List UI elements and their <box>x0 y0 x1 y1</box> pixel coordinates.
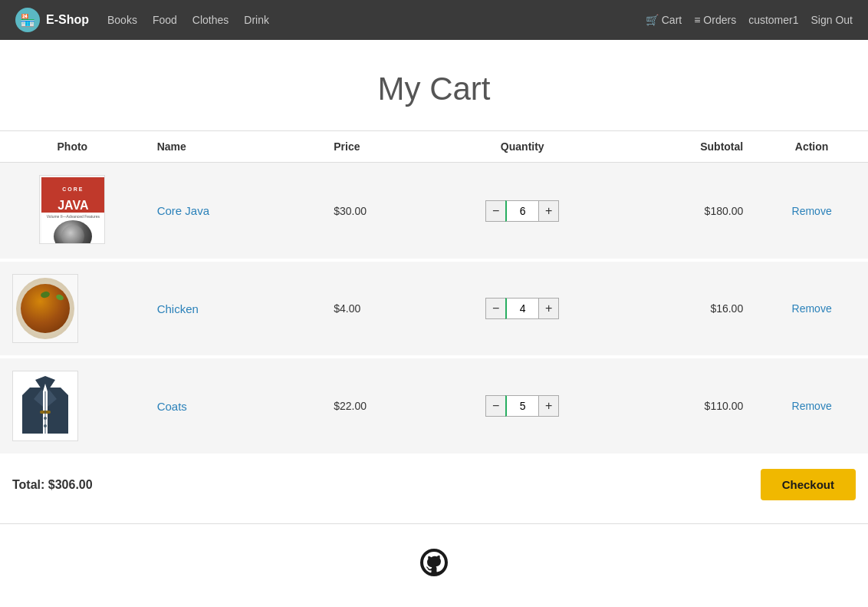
qty-increase-chicken[interactable]: + <box>539 298 559 319</box>
svg-point-2 <box>44 417 47 420</box>
product-action-coats: Remove <box>755 357 868 454</box>
navbar-right: 🛒 Cart ≡ Orders customer1 Sign Out <box>646 14 853 26</box>
cart-table: Photo Name Price Quantity Subtotal Actio… <box>0 130 868 454</box>
product-action-core-java: Remove <box>755 163 868 261</box>
nav-link-food[interactable]: Food <box>153 14 177 26</box>
orders-label: Orders <box>703 14 736 26</box>
brand-icon: 🏪 <box>15 8 40 32</box>
cart-icon: 🛒 <box>646 14 659 26</box>
qty-input-core-java[interactable] <box>505 200 539 222</box>
qty-decrease-core-java[interactable]: − <box>485 200 505 222</box>
nav-link-drink[interactable]: Drink <box>244 14 269 26</box>
navbar: 🏪 E-Shop Books Food Clothes Drink 🛒 Cart… <box>0 0 868 40</box>
product-subtotal-coats: $110.00 <box>611 357 756 454</box>
cart-label: Cart <box>662 14 682 26</box>
footer-area <box>0 532 868 593</box>
header-subtotal: Subtotal <box>611 131 756 163</box>
remove-button-core-java[interactable]: Remove <box>792 205 832 217</box>
orders-link[interactable]: ≡ Orders <box>694 14 736 26</box>
header-action: Action <box>755 131 868 163</box>
product-qty-core-java: − + <box>434 163 611 261</box>
table-row: Coats $22.00 − + $110.00 Remove <box>0 357 868 454</box>
product-photo-coats <box>0 357 145 454</box>
qty-decrease-coats[interactable]: − <box>485 395 505 417</box>
cart-link[interactable]: 🛒 Cart <box>646 14 682 26</box>
qty-input-coats[interactable] <box>505 395 539 417</box>
header-quantity: Quantity <box>434 131 611 163</box>
table-row: CORE JAVA Volume II—Advanced Features <box>0 163 868 261</box>
product-photo-core-java: CORE JAVA Volume II—Advanced Features <box>0 163 145 261</box>
header-price: Price <box>321 131 434 163</box>
page-title: My Cart <box>0 40 868 130</box>
brand-name: E-Shop <box>46 13 89 27</box>
product-link-chicken[interactable]: Chicken <box>157 302 199 315</box>
product-subtotal-chicken: $16.00 <box>611 260 756 357</box>
nav-link-clothes[interactable]: Clothes <box>192 14 229 26</box>
header-name: Name <box>145 131 322 163</box>
checkout-button[interactable]: Checkout <box>761 469 856 500</box>
github-icon <box>419 547 449 578</box>
product-link-core-java[interactable]: Core Java <box>157 204 209 217</box>
svg-point-3 <box>44 424 47 427</box>
product-qty-chicken: − + <box>434 260 611 357</box>
username-link[interactable]: customer1 <box>748 14 798 26</box>
product-price-coats: $22.00 <box>321 357 434 454</box>
product-name-coats[interactable]: Coats <box>145 357 322 454</box>
product-price-chicken: $4.00 <box>321 260 434 357</box>
header-photo: Photo <box>0 131 145 163</box>
product-name-core-java[interactable]: Core Java <box>145 163 322 261</box>
footer-divider <box>0 523 868 524</box>
product-price-core-java: $30.00 <box>321 163 434 261</box>
qty-increase-core-java[interactable]: + <box>539 200 559 222</box>
total-label: Total: $306.00 <box>12 478 93 492</box>
orders-icon: ≡ <box>694 14 700 26</box>
nav-links: Books Food Clothes Drink <box>107 14 646 26</box>
product-link-coats[interactable]: Coats <box>157 400 187 413</box>
product-action-chicken: Remove <box>755 260 868 357</box>
qty-increase-coats[interactable]: + <box>539 395 559 417</box>
product-photo-chicken <box>0 260 145 357</box>
product-name-chicken[interactable]: Chicken <box>145 260 322 357</box>
nav-link-books[interactable]: Books <box>107 14 137 26</box>
product-subtotal-core-java: $180.00 <box>611 163 756 261</box>
cart-footer: Total: $306.00 Checkout <box>0 454 868 516</box>
qty-decrease-chicken[interactable]: − <box>485 298 505 319</box>
qty-input-chicken[interactable] <box>505 298 539 319</box>
product-qty-coats: − + <box>434 357 611 454</box>
brand-link[interactable]: 🏪 E-Shop <box>15 8 89 32</box>
remove-button-chicken[interactable]: Remove <box>792 302 832 315</box>
remove-button-coats[interactable]: Remove <box>792 400 832 412</box>
table-row: Chicken $4.00 − + $16.00 Remove <box>0 260 868 357</box>
signout-link[interactable]: Sign Out <box>811 14 853 26</box>
coat-svg <box>18 372 72 440</box>
